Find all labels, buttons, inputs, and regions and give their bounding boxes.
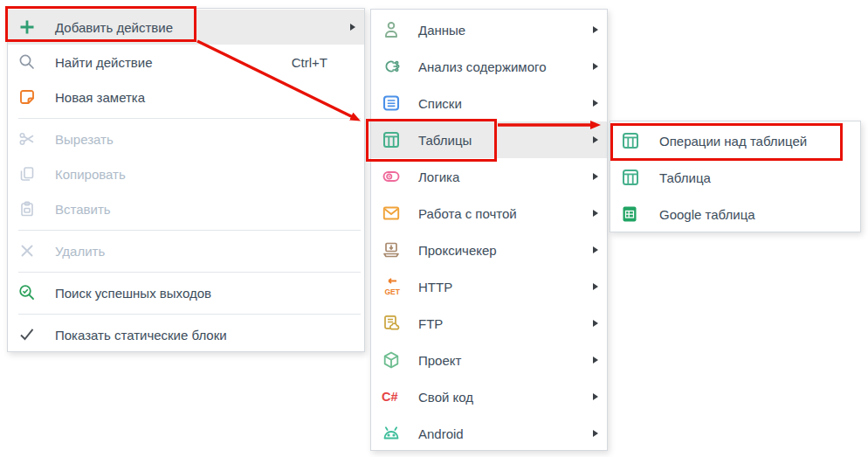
- submenu-arrow-icon: [586, 357, 598, 364]
- menu-item-new-note[interactable]: Новая заметка: [8, 80, 364, 114]
- check-icon: [18, 324, 41, 345]
- google-sheet-icon: [621, 204, 644, 225]
- menu-item-label: Таблица: [659, 170, 711, 185]
- menu-item-google-table[interactable]: Google таблица: [610, 196, 860, 232]
- menu-item-label: Найти действие: [55, 55, 153, 70]
- list-icon: [382, 93, 404, 114]
- submenu-arrow-icon: [586, 320, 598, 327]
- submenu-arrow-icon: [586, 246, 598, 253]
- plus-icon: [18, 17, 41, 38]
- menu-item-own-code[interactable]: C#Свой код: [371, 378, 607, 415]
- menu-item-content-analysis[interactable]: Анализ содержимого: [371, 48, 607, 85]
- menu-item-label: Вставить: [55, 202, 111, 217]
- project-icon: [382, 350, 404, 370]
- menu-item-shortcut: Ctrl+T: [292, 55, 327, 70]
- table-icon: [382, 129, 404, 150]
- note-icon: [18, 87, 41, 107]
- menu-item-add-action[interactable]: Добавить действие: [8, 10, 364, 45]
- mail-icon: [382, 203, 404, 224]
- submenu-arrow-icon: [586, 393, 598, 400]
- menu-separator: [18, 314, 361, 315]
- menu-item-label: Android: [418, 426, 464, 441]
- menu-item-proxychecker[interactable]: Проксичекер: [371, 232, 607, 268]
- search-success-icon: [18, 282, 41, 303]
- menu-item-label: Google таблица: [659, 207, 755, 222]
- menu-item-label: Показать статические блоки: [55, 328, 227, 343]
- menu-item-label: Операции над таблицей: [659, 134, 807, 149]
- submenu-arrow-icon: [586, 210, 598, 217]
- menu-item-paste: Вставить: [8, 191, 364, 226]
- menu-item-delete: Удалить: [8, 233, 364, 268]
- menu-item-logic[interactable]: Логика: [371, 158, 607, 195]
- menu-item-label: Проект: [418, 353, 461, 368]
- main-context-menu: Добавить действиеНайти действиеCtrl+TНов…: [7, 8, 365, 352]
- submenu-arrow-icon: [586, 100, 598, 107]
- table-icon: [621, 167, 644, 188]
- menu-item-http[interactable]: GETHTTP: [371, 268, 607, 305]
- menu-item-label: Удалить: [55, 244, 105, 259]
- http-get-icon: GET: [382, 276, 404, 297]
- menu-item-label: Логика: [418, 170, 459, 184]
- menu-item-tables[interactable]: Таблицы: [371, 121, 607, 158]
- menu-item-table[interactable]: Таблица: [610, 159, 860, 196]
- submenu-arrow-icon: [586, 63, 598, 70]
- menu-item-find-action[interactable]: Найти действиеCtrl+T: [8, 45, 364, 80]
- menu-item-android[interactable]: Android: [371, 415, 607, 452]
- ftp-icon: [382, 313, 404, 334]
- menu-item-project[interactable]: Проект: [371, 342, 607, 378]
- menu-item-label: Новая заметка: [55, 90, 145, 105]
- menu-separator: [18, 272, 361, 273]
- submenu-arrow-icon: [343, 24, 355, 31]
- menu-item-label: Свой код: [418, 390, 473, 405]
- menu-item-data[interactable]: Данные: [371, 11, 607, 48]
- menu-separator: [18, 230, 361, 231]
- search-icon: [18, 52, 41, 73]
- menu-item-label: Копировать: [55, 167, 126, 182]
- menu-item-label: Проксичекер: [418, 243, 497, 258]
- menu-item-copy: Копировать: [8, 156, 364, 191]
- menu-item-mail[interactable]: Работа с почтой: [371, 195, 607, 232]
- menu-item-label: Анализ содержимого: [418, 59, 546, 74]
- menu-item-label: Списки: [418, 96, 462, 111]
- menu-separator: [18, 118, 361, 119]
- context-menu-screenshot: Добавить действиеНайти действиеCtrl+TНов…: [0, 0, 868, 457]
- user-icon: [382, 19, 404, 40]
- table-icon: [621, 130, 644, 151]
- submenu-arrow-icon: [586, 26, 598, 33]
- submenu-arrow-icon: [586, 283, 598, 290]
- cut-icon: [18, 128, 41, 149]
- menu-item-label: Данные: [418, 23, 465, 38]
- paste-icon: [18, 198, 41, 219]
- svg-text:GET: GET: [385, 287, 401, 296]
- menu-item-label: HTTP: [418, 280, 452, 294]
- menu-item-lists[interactable]: Списки: [371, 85, 607, 121]
- submenu-arrow-icon: [586, 136, 598, 143]
- tables-submenu: Операции над таблицейТаблицаGoogle табли…: [610, 121, 861, 232]
- csharp-icon: C#: [382, 386, 404, 407]
- menu-item-label: FTP: [418, 316, 443, 331]
- android-icon: [382, 423, 404, 444]
- menu-item-label: Вырезать: [55, 132, 114, 147]
- delete-icon: [18, 240, 41, 261]
- menu-item-label: Добавить действие: [55, 20, 173, 35]
- analysis-icon: [382, 56, 404, 77]
- menu-item-label: Таблицы: [418, 133, 472, 148]
- proxy-icon: [382, 239, 404, 260]
- menu-item-label: Поиск успешных выходов: [55, 286, 211, 301]
- menu-item-show-static-blocks[interactable]: Показать статические блоки: [8, 317, 364, 352]
- add-action-submenu: ДанныеАнализ содержимогоСпискиТаблицыЛог…: [370, 9, 608, 451]
- logic-icon: [382, 166, 404, 187]
- menu-item-label: Работа с почтой: [418, 206, 517, 221]
- menu-item-ftp[interactable]: FTP: [371, 305, 607, 342]
- submenu-arrow-icon: [586, 173, 598, 180]
- menu-item-table-operations[interactable]: Операции над таблицей: [610, 122, 860, 159]
- menu-item-cut: Вырезать: [8, 121, 364, 156]
- copy-icon: [18, 163, 41, 184]
- menu-item-search-successful-exits[interactable]: Поиск успешных выходов: [8, 275, 364, 310]
- submenu-arrow-icon: [586, 430, 598, 437]
